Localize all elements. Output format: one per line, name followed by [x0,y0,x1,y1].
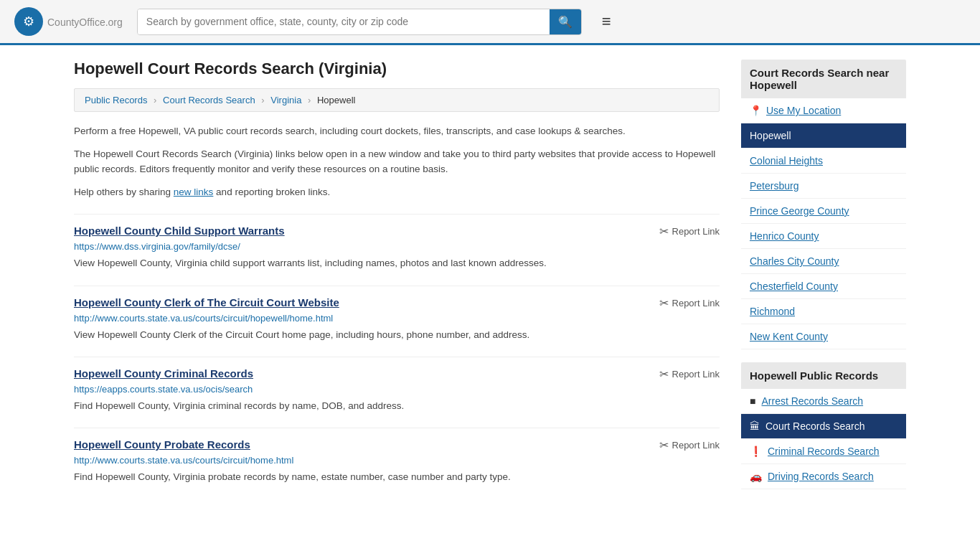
breadcrumb-current: Hopewell [317,95,355,105]
logo[interactable]: ⚙ CountyOffice.org [14,7,123,36]
result-url-0[interactable]: https://www.dss.virginia.gov/family/dcse… [74,241,720,252]
location-link-4[interactable]: Henrico County [750,230,819,242]
report-link-btn-2[interactable]: ✂ Report Link [659,367,720,381]
sidebar-location-6[interactable]: Chesterfield County [741,274,906,299]
location-label-0: Hopewell [750,130,791,141]
report-icon-3: ✂ [659,438,669,452]
result-item: Hopewell County Child Support Warrants ✂… [74,214,720,270]
record-link-2[interactable]: Criminal Records Search [768,446,880,457]
sidebar-location-2[interactable]: Petersburg [741,174,906,199]
result-item: Hopewell County Criminal Records ✂ Repor… [74,357,720,413]
sidebar-location-7[interactable]: Richmond [741,299,906,324]
result-url-3[interactable]: http://www.courts.state.va.us/courts/cir… [74,455,720,466]
new-links-link[interactable]: new links [174,187,214,197]
sidebar-location-3[interactable]: Prince George County [741,199,906,224]
sidebar-location-1[interactable]: Colonial Heights [741,149,906,174]
sidebar-record-1[interactable]: 🏛Court Records Search [741,414,906,439]
location-link-7[interactable]: Richmond [750,306,795,317]
description-para2: The Hopewell Court Records Search (Virgi… [74,146,720,177]
pin-icon: 📍 [750,105,762,116]
breadcrumb-virginia[interactable]: Virginia [270,95,301,105]
menu-button[interactable]: ≡ [602,12,611,31]
result-title-3[interactable]: Hopewell County Probate Records [74,438,250,451]
record-icon-2: ❗ [750,446,762,457]
breadcrumb: Public Records › Court Records Search › … [74,88,720,112]
report-link-label-3: Report Link [672,440,720,451]
location-link-5[interactable]: Charles City County [750,255,839,267]
search-button[interactable]: 🔍 [550,9,581,34]
results-list: Hopewell County Child Support Warrants ✂… [74,214,720,484]
sidebar-records: ■Arrest Records Search🏛Court Records Sea… [741,389,906,489]
report-link-label-0: Report Link [672,226,720,237]
breadcrumb-public-records[interactable]: Public Records [85,95,147,105]
sidebar-record-3[interactable]: 🚗Driving Records Search [741,464,906,489]
report-link-btn-3[interactable]: ✂ Report Link [659,438,720,452]
sidebar-locations: HopewellColonial HeightsPetersburgPrince… [741,123,906,349]
report-icon-0: ✂ [659,225,669,238]
result-title-0[interactable]: Hopewell County Child Support Warrants [74,225,285,237]
result-desc-1: View Hopewell County Clerk of the Circui… [74,328,720,342]
sidebar-location-8[interactable]: New Kent County [741,324,906,349]
page-title: Hopewell Court Records Search (Virginia) [74,60,720,78]
result-desc-3: Find Hopewell County, Virginia probate r… [74,470,720,484]
result-title-1[interactable]: Hopewell County Clerk of The Circuit Cou… [74,296,339,309]
sidebar-record-2[interactable]: ❗Criminal Records Search [741,439,906,464]
location-link-2[interactable]: Petersburg [750,180,798,192]
breadcrumb-court-records[interactable]: Court Records Search [163,95,255,105]
report-icon-1: ✂ [659,296,669,310]
sidebar-location-4[interactable]: Henrico County [741,224,906,249]
report-link-label-1: Report Link [672,298,720,309]
record-icon-0: ■ [750,395,755,407]
record-label-1: Court Records Search [765,420,865,432]
result-desc-2: Find Hopewell County, Virginia criminal … [74,399,720,413]
breadcrumb-sep-3: › [308,95,311,105]
sidebar-public-title: Hopewell Public Records [741,362,906,389]
location-link-1[interactable]: Colonial Heights [750,155,823,166]
sidebar-location-5[interactable]: Charles City County [741,249,906,274]
result-url-1[interactable]: http://www.courts.state.va.us/courts/cir… [74,313,720,324]
use-location[interactable]: 📍 Use My Location [741,98,906,123]
report-link-btn-0[interactable]: ✂ Report Link [659,225,720,238]
result-desc-0: View Hopewell County, Virginia child sup… [74,256,720,270]
record-link-0[interactable]: Arrest Records Search [761,395,863,407]
use-location-link[interactable]: Use My Location [766,105,841,116]
search-bar: 🔍 [137,9,582,35]
record-icon-1: 🏛 [750,420,760,432]
logo-icon: ⚙ [14,7,43,36]
search-input[interactable] [138,9,550,34]
description-para3: Help others by sharing new links and rep… [74,184,720,200]
breadcrumb-sep-1: › [154,95,156,105]
location-link-3[interactable]: Prince George County [750,205,849,217]
sidebar-record-0[interactable]: ■Arrest Records Search [741,389,906,414]
result-item: Hopewell County Clerk of The Circuit Cou… [74,286,720,342]
result-url-2[interactable]: https://eapps.courts.state.va.us/ocis/se… [74,384,720,395]
description-para1: Perform a free Hopewell, VA public court… [74,123,720,139]
location-link-8[interactable]: New Kent County [750,331,828,342]
sidebar-location-0[interactable]: Hopewell [741,123,906,149]
report-link-label-2: Report Link [672,369,720,380]
breadcrumb-sep-2: › [261,95,264,105]
result-item: Hopewell County Probate Records ✂ Report… [74,428,720,484]
location-link-6[interactable]: Chesterfield County [750,281,838,292]
report-icon-2: ✂ [659,367,669,381]
logo-text: CountyOffice.org [47,14,123,29]
result-title-2[interactable]: Hopewell County Criminal Records [74,367,253,380]
sidebar-nearby-title: Court Records Search near Hopewell [741,60,906,98]
record-link-3[interactable]: Driving Records Search [768,471,874,482]
record-icon-3: 🚗 [750,471,762,482]
report-link-btn-1[interactable]: ✂ Report Link [659,296,720,310]
